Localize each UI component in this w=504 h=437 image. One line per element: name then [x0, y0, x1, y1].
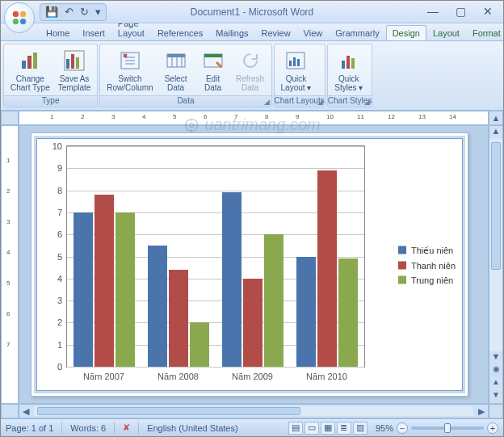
save-icon[interactable]: 💾 — [45, 6, 58, 18]
ruler-tick: 10 — [326, 113, 334, 120]
status-language[interactable]: English (United States) — [147, 423, 238, 433]
zoom-in-button[interactable]: + — [487, 422, 498, 434]
horizontal-scrollbar[interactable]: ◀ ▶ — [19, 404, 489, 418]
chart-bar[interactable] — [190, 322, 209, 367]
quick-layout-button-label: QuickLayout ▾ — [281, 74, 312, 92]
svg-rect-17 — [289, 61, 292, 66]
legend-item[interactable]: Thanh niên — [398, 260, 456, 270]
bar-chart-icon — [18, 48, 42, 73]
zoom-slider[interactable] — [411, 426, 484, 430]
ruler-tick: 14 — [449, 113, 456, 120]
ruler-tick: 11 — [357, 113, 364, 120]
chart-bar[interactable] — [116, 212, 135, 367]
scroll-left-icon[interactable]: ◀ — [19, 406, 32, 417]
status-page[interactable]: Page: 1 of 1 — [6, 423, 53, 433]
hscroll-thumb[interactable] — [37, 407, 300, 415]
document-area[interactable]: 012345678910Năm 2007Năm 2008Năm 2009Năm … — [19, 125, 489, 404]
proofing-icon[interactable]: ✘ — [123, 422, 130, 433]
chart-bar[interactable] — [148, 246, 167, 367]
switch-row-column-button[interactable]: SwitchRow/Column — [103, 47, 156, 94]
chart-bar[interactable] — [169, 270, 188, 367]
web-layout-view-icon[interactable]: ▦ — [321, 422, 335, 435]
close-button[interactable]: ✕ — [477, 4, 498, 19]
full-screen-view-icon[interactable]: ▭ — [304, 422, 319, 435]
legend-item[interactable]: Thiếu niên — [398, 245, 456, 255]
svg-point-0 — [13, 11, 19, 17]
change-chart-type-button[interactable]: ChangeChart Type — [7, 47, 53, 94]
next-page-down-icon[interactable]: ▼ — [492, 390, 500, 403]
vertical-ruler[interactable]: 1234567 — [1, 125, 19, 404]
tab-view[interactable]: View — [297, 25, 330, 40]
minimize-button[interactable]: — — [422, 4, 443, 19]
ruler-toggle-icon[interactable]: ▲ — [489, 111, 503, 125]
tab-home[interactable]: Home — [40, 25, 76, 40]
chart-legend: Thiếu niênThanh niênTrung niên — [398, 240, 456, 289]
chart-object[interactable]: 012345678910Năm 2007Năm 2008Năm 2009Năm … — [36, 138, 463, 391]
quick-layout-button[interactable]: QuickLayout ▾ — [278, 47, 315, 94]
zoom-out-button[interactable]: − — [397, 422, 408, 434]
maximize-button[interactable]: ▢ — [450, 4, 471, 19]
tab-grammarly[interactable]: Grammarly — [329, 25, 385, 40]
dialog-launcher-icon[interactable]: ◢ — [317, 98, 323, 106]
scroll-right-icon[interactable]: ▶ — [475, 406, 488, 417]
scroll-track[interactable] — [489, 139, 502, 351]
chart-bar[interactable] — [74, 212, 93, 367]
chart-bar[interactable] — [338, 258, 358, 367]
hscroll-corner — [489, 404, 503, 418]
svg-point-1 — [20, 11, 26, 17]
ruler-tick: 3 — [6, 218, 10, 225]
tab-insert[interactable]: Insert — [76, 25, 111, 40]
view-buttons: ▤ ▭ ▦ ≣ ▥ — [288, 422, 368, 435]
chart-bar[interactable] — [94, 195, 114, 367]
tab-design[interactable]: Design — [386, 25, 426, 40]
tab-references[interactable]: References — [151, 25, 209, 40]
x-axis-label: Năm 2009 — [216, 372, 289, 381]
next-page-up-icon[interactable]: ▲ — [492, 377, 500, 390]
draft-view-icon[interactable]: ▥ — [353, 422, 368, 435]
legend-label: Thanh niên — [411, 260, 456, 270]
horizontal-ruler[interactable]: 1234567891011121314 — [19, 111, 489, 125]
status-words[interactable]: Words: 6 — [70, 423, 106, 433]
template-icon — [62, 48, 86, 73]
legend-swatch-icon — [398, 261, 406, 269]
select-data-button[interactable]: SelectData — [158, 47, 194, 94]
undo-icon[interactable]: ↶ — [65, 6, 74, 18]
svg-rect-18 — [293, 57, 296, 66]
chart-bar[interactable] — [296, 257, 316, 368]
hscroll-track[interactable] — [34, 406, 473, 416]
tab-mailings[interactable]: Mailings — [209, 25, 254, 40]
dialog-launcher-icon[interactable]: ◢ — [264, 98, 270, 106]
tab-format[interactable]: Format — [466, 25, 504, 40]
title-bar: 💾 ↶ ↻ ▾ Document1 - Microsoft Word — ▢ ✕ — [1, 1, 503, 23]
edit-data-button[interactable]: EditData — [195, 47, 231, 94]
save-as-template-button[interactable]: Save AsTemplate — [55, 47, 94, 94]
scroll-down-icon[interactable]: ▼ — [492, 351, 501, 364]
quick-styles-button[interactable]: QuickStyles ▾ — [331, 47, 367, 94]
chart-bar[interactable] — [222, 192, 242, 367]
ruler-tick: 5 — [173, 113, 176, 120]
tab-review[interactable]: Review — [255, 25, 297, 40]
chart-bar[interactable] — [243, 279, 262, 367]
outline-view-icon[interactable]: ≣ — [337, 422, 351, 435]
zoom-value[interactable]: 95% — [376, 423, 393, 433]
ribbon-group-chart-styles: QuickStyles ▾Chart Styles◢ — [327, 44, 372, 107]
qat-dropdown-icon[interactable]: ▾ — [95, 6, 101, 18]
ruler-corner[interactable] — [1, 111, 19, 125]
select-data-icon — [164, 48, 188, 73]
chart-bar[interactable] — [317, 170, 337, 367]
dialog-launcher-icon[interactable]: ◢ — [364, 98, 370, 106]
legend-item[interactable]: Trung niên — [398, 275, 456, 284]
redo-icon[interactable]: ↻ — [80, 6, 89, 18]
ribbon-group-chart-layouts: QuickLayout ▾Chart Layouts◢ — [274, 44, 326, 107]
chart-bar[interactable] — [264, 234, 284, 367]
vertical-scrollbar[interactable]: ▲ ▼ ◉ ▲ ▼ — [489, 125, 503, 404]
zoom-thumb[interactable] — [444, 423, 451, 433]
y-axis-label: 1 — [57, 340, 62, 350]
office-button[interactable] — [4, 2, 35, 33]
tab-layout[interactable]: Layout — [426, 25, 466, 40]
scroll-thumb[interactable] — [491, 142, 501, 270]
prev-page-icon[interactable]: ◉ — [493, 364, 500, 377]
scroll-up-icon[interactable]: ▲ — [492, 126, 501, 139]
print-layout-view-icon[interactable]: ▤ — [288, 422, 303, 435]
ribbon-tabs: HomeInsertPage LayoutReferencesMailingsR… — [1, 23, 503, 41]
